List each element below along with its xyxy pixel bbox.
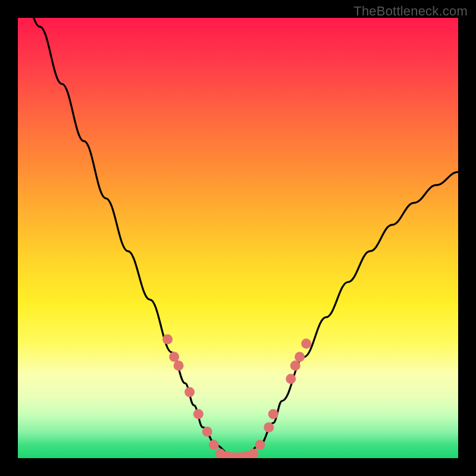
data-marker: [295, 352, 305, 362]
data-marker: [209, 440, 219, 450]
data-marker: [290, 361, 300, 371]
data-marker: [193, 409, 203, 419]
data-marker: [174, 361, 184, 371]
chart-plot-area: [18, 18, 458, 458]
data-marker: [286, 374, 296, 384]
bottleneck-curve: [18, 18, 458, 458]
marker-group: [162, 334, 311, 458]
data-marker: [169, 352, 179, 362]
data-marker: [202, 427, 212, 437]
chart-svg-layer: [18, 18, 458, 458]
data-marker: [248, 449, 258, 458]
watermark-text: TheBottleneck.com: [353, 4, 468, 19]
data-marker: [264, 422, 274, 433]
data-marker: [162, 334, 173, 345]
data-marker: [255, 440, 265, 450]
data-marker: [301, 339, 311, 349]
data-marker: [184, 387, 195, 397]
data-marker: [268, 409, 278, 419]
